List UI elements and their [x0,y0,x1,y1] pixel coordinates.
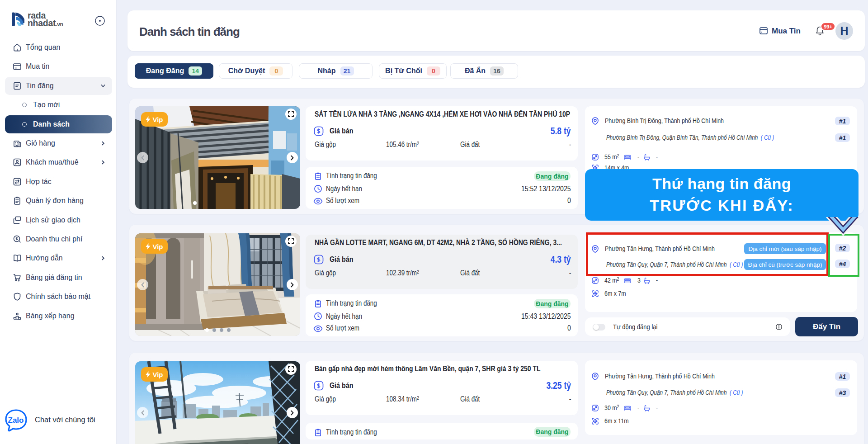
svg-text:Zalo: Zalo [8,416,24,425]
